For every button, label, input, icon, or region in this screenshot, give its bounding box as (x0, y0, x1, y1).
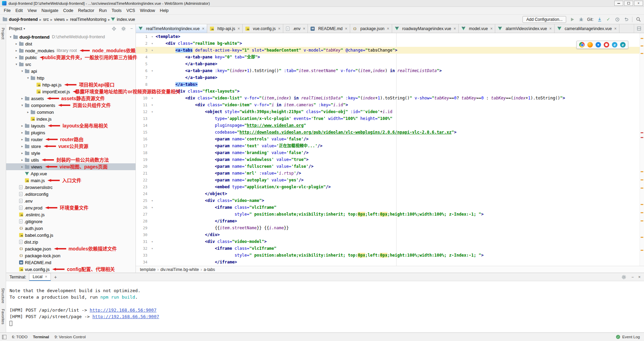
opera-browser-icon[interactable] (604, 42, 609, 47)
tree-item-assets[interactable]: ▸assetsassets静态资源文件 (6, 95, 135, 102)
code-editor[interactable]: 1▾<template>2▾ <div class="realTime bg-w… (136, 33, 644, 266)
chevron-right-icon[interactable]: ▸ (20, 124, 25, 127)
code-line[interactable]: 6▾ <a-tab-pane :key="(index+1).toString(… (136, 67, 644, 74)
tree-item-package-lock.json[interactable]: {}package-lock.json (6, 252, 135, 259)
tree-item-package.json[interactable]: {}package.jsonmodules依赖描述文件 (6, 245, 135, 252)
tree-item-common[interactable]: ▸common (6, 109, 135, 115)
chevron-down-icon[interactable]: ▾ (8, 35, 13, 39)
editor-tab-alarmVideos-index.vue[interactable]: alarmVideos\index.vue× (495, 24, 554, 33)
chevron-down-icon[interactable]: ▾ (14, 63, 19, 66)
minimize-panel-icon[interactable]: − (631, 275, 634, 279)
tool-window-button-structure[interactable]: Structure (1, 288, 5, 303)
chevron-right-icon[interactable]: ▸ (14, 42, 19, 45)
tree-item-http[interactable]: ▾http (6, 74, 135, 81)
chevron-right-icon[interactable]: ▸ (26, 110, 30, 114)
editor-tab-realTimeMonitoring-index.vue[interactable]: realTimeMonitoring\index.vue× (136, 24, 207, 33)
menu-file[interactable]: File (1, 8, 13, 14)
tree-item-.env.prod[interactable]: .env.prod环境变量文件 (6, 204, 135, 211)
tree-item-.browserslistrc[interactable]: .browserslistrc (6, 184, 135, 191)
terminal-link[interactable]: http://192.168.66.56:9007 (92, 314, 159, 319)
tree-item-components[interactable]: ▾components页面公共组件文件 (6, 102, 135, 109)
code-line[interactable]: 19 <param name='windowless' value="true"… (136, 156, 644, 163)
code-line[interactable]: 7 </a-tab-pane> (136, 74, 644, 81)
tool-window-button-favorites[interactable]: Favorites (1, 309, 5, 324)
menu-navigate[interactable]: Navigate (39, 8, 61, 14)
chevron-right-icon[interactable]: ▸ (14, 49, 19, 52)
editor-options-icon[interactable] (637, 27, 641, 30)
code-line[interactable]: 3▾ <a-tabs default-active-key="1" slot="… (136, 47, 644, 54)
rollback-icon[interactable] (623, 16, 629, 22)
code-line[interactable]: 24 </object> (136, 190, 644, 197)
editor-tab-package.json[interactable]: {}package.json× (350, 24, 392, 33)
chevron-right-icon[interactable]: ▸ (14, 56, 19, 59)
close-icon[interactable]: × (345, 26, 347, 31)
git-commit-icon[interactable]: ✓ (605, 16, 611, 22)
code-line[interactable]: 14 pluginspage="http://www.videolan.org" (136, 122, 644, 129)
editor-tab-vue.config.js[interactable]: JSvue.config.js× (243, 24, 283, 33)
menu-vcs[interactable]: VCS (124, 8, 138, 14)
project-panel-title[interactable]: Project (9, 26, 22, 31)
editor-tab-http-api.js[interactable]: JShttp-api.js× (207, 24, 243, 33)
code-line[interactable]: 30 </div> (136, 231, 644, 238)
status-item-6-todo[interactable]: 6: TODO (12, 335, 28, 339)
code-line[interactable]: 5 </a-tab-pane> (136, 60, 644, 67)
minimize-button[interactable] (614, 1, 623, 6)
code-line[interactable]: 29 {{item.streetName}} {{i.name}} (136, 224, 644, 231)
tree-item-App.vue[interactable]: App.vue (6, 170, 135, 177)
code-line[interactable]: 15 codebase="http://downloads.videolan.o… (136, 129, 644, 136)
error-stripe-mark[interactable] (641, 188, 643, 189)
code-line[interactable]: 34 </iframe> (136, 259, 644, 265)
close-button[interactable]: × (634, 1, 643, 6)
menu-tools[interactable]: Tools (109, 8, 124, 14)
code-line[interactable]: 23 <embed type="application/x-google-vlc… (136, 183, 644, 190)
tree-item-src[interactable]: ▾src (6, 61, 135, 68)
error-stripe-mark[interactable] (641, 250, 643, 251)
git-update-icon[interactable] (597, 16, 602, 22)
search-everywhere-icon[interactable] (635, 16, 641, 22)
locate-file-icon[interactable] (111, 26, 117, 32)
code-line[interactable]: 20 <param name='fullscreen' value='false… (136, 163, 644, 170)
error-stripe-mark[interactable] (641, 212, 643, 213)
tree-item-babel.config.js[interactable]: JSbabel.config.js (6, 232, 135, 238)
gear-icon[interactable] (121, 26, 127, 32)
code-line[interactable]: 12▾ <object style="width:390px;height:21… (136, 108, 644, 115)
code-line[interactable]: 4 <a-tab-pane key="0" tab="全部"> (136, 54, 644, 60)
close-icon[interactable]: × (614, 26, 617, 31)
tree-item-layouts[interactable]: ▸layoutslayouts全局布局相关 (6, 122, 135, 129)
tree-item-duoji-frontend[interactable]: ▾duoji-frontendD:\zheheWeb\duoji-fronten… (6, 33, 135, 40)
terminal-output[interactable]: Note that the development build is not o… (6, 281, 644, 332)
code-line[interactable]: 2▾ <div class="realTime bg-white"> (136, 40, 644, 47)
tree-item-nodemodules[interactable]: ▸node_moduleslibrary rootnode_modules依赖 (6, 47, 135, 54)
tree-item-dist.zip[interactable]: dist.zip (6, 238, 135, 245)
error-stripe-mark[interactable] (641, 204, 643, 205)
tree-item-api[interactable]: ▾api (6, 68, 135, 74)
error-stripe-mark[interactable] (641, 171, 643, 172)
tree-item-main.js[interactable]: JSmain.js入口文件 (6, 177, 135, 184)
code-line[interactable]: 8 </a-tabs> (136, 81, 644, 88)
tree-item-store[interactable]: ▸storevuex公共资源 (6, 143, 135, 150)
code-line[interactable]: 18 <param name='branding' value='false'/… (136, 149, 644, 156)
tool-window-switcher-icon[interactable] (2, 335, 6, 339)
add-configuration-button[interactable]: Add Configuration... (523, 16, 566, 23)
tree-item-plugins[interactable]: ▸plugins (6, 129, 135, 136)
tree-item-dist[interactable]: ▸dist (6, 40, 135, 47)
code-line[interactable]: 31▾ <div class="video-model"> (136, 238, 644, 245)
breadcrumb-item[interactable]: realTimeMonitoring (69, 17, 107, 22)
error-stripe-mark[interactable] (641, 137, 643, 138)
menu-window[interactable]: Window (138, 8, 157, 14)
close-icon[interactable]: × (202, 26, 204, 31)
editor-tab-cameraManage-index.vue[interactable]: cameraManage\index.vue× (555, 24, 619, 33)
code-line[interactable]: 21 <param name='mrl' :value='i.rtsp'/> (136, 170, 644, 177)
terminal-link[interactable]: http://192.168.66.56:9007 (90, 308, 157, 313)
error-stripe-mark[interactable] (641, 220, 643, 221)
code-line[interactable]: 16 <param name='controls' value='false'/… (136, 136, 644, 142)
tree-item-.env[interactable]: .env (6, 197, 135, 204)
chevron-down-icon[interactable]: ▾ (26, 76, 30, 80)
code-line[interactable]: 22 <param name='autoplay' value='yes'/> (136, 177, 644, 183)
tree-item-importExcel.js[interactable]: JSimportExcel.js暴露环境变量地址给图片or视频资源路径变量相关 (6, 88, 135, 95)
edge-browser-icon[interactable]: e (620, 42, 626, 47)
breadcrumb-item[interactable]: duoji-frontend (8, 17, 39, 22)
tree-item-README.md[interactable]: MREADME.md (6, 259, 135, 266)
code-line[interactable]: 10▾ <div class="video-list" v-for="(item… (136, 95, 644, 101)
editor-breadcrumb-item[interactable]: div.realTime.bg-white (160, 267, 199, 272)
